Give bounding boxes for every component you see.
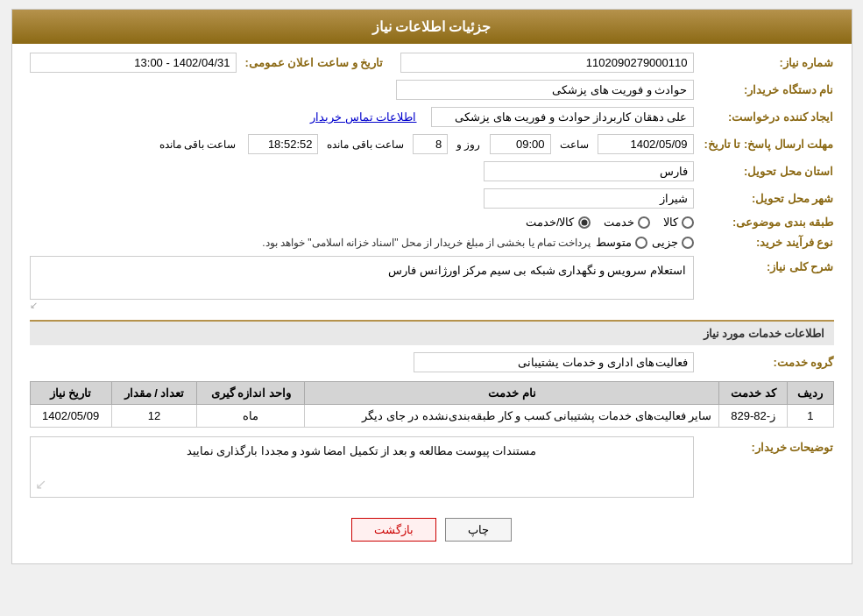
response-time-label: ساعت — [560, 138, 589, 151]
cell-name-0: سایر فعالیت‌های خدمات پشتیبانی کسب و کار… — [305, 405, 719, 428]
services-table: ردیف کد خدمت نام خدمت واحد اندازه گیری ت… — [30, 381, 834, 428]
back-button[interactable]: بازگشت — [351, 518, 436, 542]
cell-unit-0: ماه — [197, 405, 305, 428]
need-number-label: شماره نیاز: — [694, 56, 834, 69]
cell-row-0: 1 — [788, 405, 833, 428]
category-kala-khedmat-label: کالا/خدمت — [526, 216, 575, 229]
category-radio-group: کالا خدمت کالا/خدمت — [526, 216, 694, 229]
response-date-input[interactable] — [598, 134, 694, 154]
category-label: طبقه بندی موضوعی: — [694, 216, 834, 229]
general-description-container: استعلام سرویس و نگهداری شبکه بی سیم مرکز… — [30, 256, 694, 311]
delivery-province-input[interactable] — [484, 161, 694, 181]
buyer-station-input[interactable] — [396, 80, 694, 100]
cell-code-0: ز-82-829 — [719, 405, 788, 428]
announcement-input[interactable] — [30, 53, 237, 73]
delivery-city-input[interactable] — [484, 188, 694, 209]
service-group-input[interactable] — [414, 352, 694, 372]
buyer-station-row: نام دستگاه خریدار: — [30, 80, 834, 100]
radio-jazii-icon — [682, 237, 694, 249]
service-group-label: گروه خدمت: — [694, 356, 834, 369]
main-content: شماره نیاز: تاریخ و ساعت اعلان عمومی: نا… — [12, 44, 852, 563]
page-title: جزئیات اطلاعات نیاز — [372, 19, 492, 34]
process-type-row: نوع فرآیند خرید: جزیی متوسط پرداخت تمام … — [30, 236, 834, 249]
response-time-input[interactable] — [490, 134, 551, 154]
category-khedmat[interactable]: خدمت — [604, 216, 650, 229]
buyer-notes-section: توضیحات خریدار: مستندات پیوست مطالعه و ب… — [30, 436, 834, 498]
announcement-label: تاریخ و ساعت اعلان عمومی: — [237, 56, 384, 69]
cell-date-0: 1402/05/09 — [30, 405, 111, 428]
general-description-box: استعلام سرویس و نگهداری شبکه بی سیم مرکز… — [30, 256, 694, 300]
creator-input[interactable] — [431, 107, 694, 127]
response-days-label: روز و — [456, 138, 480, 151]
action-buttons-row: چاپ بازگشت — [30, 505, 834, 555]
radio-kala-icon — [682, 216, 694, 229]
buyer-notes-label: توضیحات خریدار: — [694, 436, 834, 454]
general-description-row: شرح کلی نیاز: استعلام سرویس و نگهداری شب… — [30, 256, 834, 311]
process-motavaset-label: متوسط — [596, 236, 632, 249]
services-table-section: ردیف کد خدمت نام خدمت واحد اندازه گیری ت… — [30, 381, 834, 428]
category-kala-label: کالا — [663, 216, 678, 229]
delivery-city-row: شهر محل تحویل: — [30, 188, 834, 209]
category-khedmat-label: خدمت — [604, 216, 634, 229]
process-type-options: جزیی متوسط پرداخت تمام یا بخشی از مبلغ خ… — [262, 236, 693, 249]
col-header-row: ردیف — [788, 382, 833, 405]
response-days-input[interactable] — [413, 134, 448, 154]
remaining-hours-label: ساعت باقی مانده — [159, 138, 237, 151]
process-label: نوع فرآیند خرید: — [694, 236, 834, 249]
response-deadline-inputs: ساعت روز و ساعت باقی مانده ساعت باقی مان… — [30, 134, 694, 154]
response-deadline-label: مهلت ارسال پاسخ: تا تاریخ: — [694, 138, 834, 151]
col-header-date: تاریخ نیاز — [30, 382, 111, 405]
col-header-code: کد خدمت — [719, 382, 788, 405]
response-deadline-row: مهلت ارسال پاسخ: تا تاریخ: ساعت روز و سا… — [30, 134, 834, 154]
process-jazii-label: جزیی — [652, 236, 678, 249]
delivery-province-row: استان محل تحویل: — [30, 161, 834, 181]
general-description-label: شرح کلی نیاز: — [694, 256, 834, 273]
page-header: جزئیات اطلاعات نیاز — [12, 10, 852, 44]
col-header-name: نام خدمت — [305, 382, 719, 405]
print-button[interactable]: چاپ — [445, 518, 512, 542]
services-section-header: اطلاعات خدمات مورد نیاز — [30, 320, 834, 345]
col-header-qty: تعداد / مقدار — [111, 382, 197, 405]
need-number-input[interactable] — [400, 53, 693, 73]
cell-qty-0: 12 — [111, 405, 197, 428]
delivery-province-label: استان محل تحویل: — [694, 165, 834, 178]
table-row: 1 ز-82-829 سایر فعالیت‌های خدمات پشتیبان… — [30, 405, 833, 428]
radio-motavaset-icon — [635, 237, 647, 249]
creator-row: ایجاد کننده درخواست: اطلاعات تماس خریدار — [30, 107, 834, 127]
category-kala-khedmat[interactable]: کالا/خدمت — [526, 216, 591, 229]
buyer-notes-box: مستندات پیوست مطالعه و بعد از تکمیل امضا… — [30, 436, 694, 498]
buyer-station-label: نام دستگاه خریدار: — [694, 83, 834, 96]
category-kala[interactable]: کالا — [663, 216, 694, 229]
radio-kala-khedmat-icon — [578, 216, 591, 229]
creator-label: ایجاد کننده درخواست: — [694, 110, 834, 124]
need-number-row: شماره نیاز: تاریخ و ساعت اعلان عمومی: — [30, 53, 834, 73]
resize-icon: ↙ — [35, 476, 46, 492]
category-row: طبقه بندی موضوعی: کالا خدمت کالا/خدمت — [30, 216, 834, 229]
page-wrapper: جزئیات اطلاعات نیاز شماره نیاز: تاریخ و … — [11, 9, 852, 564]
service-group-row: گروه خدمت: — [30, 352, 834, 372]
process-motavaset[interactable]: متوسط — [596, 236, 647, 249]
response-remaining-label: ساعت باقی مانده — [327, 138, 404, 151]
process-note: پرداخت تمام یا بخشی از مبلغ خریدار از مح… — [262, 237, 591, 249]
delivery-city-label: شهر محل تحویل: — [694, 192, 834, 205]
col-header-unit: واحد اندازه گیری — [197, 382, 305, 405]
response-remaining-input[interactable] — [248, 134, 318, 154]
table-header-row: ردیف کد خدمت نام خدمت واحد اندازه گیری ت… — [30, 382, 833, 405]
process-jazii[interactable]: جزیی — [652, 236, 694, 249]
contact-link[interactable]: اطلاعات تماس خریدار — [310, 110, 416, 124]
radio-khedmat-icon — [638, 216, 650, 229]
buyer-notes-text: مستندات پیوست مطالعه و بعد از تکمیل امضا… — [187, 444, 536, 457]
